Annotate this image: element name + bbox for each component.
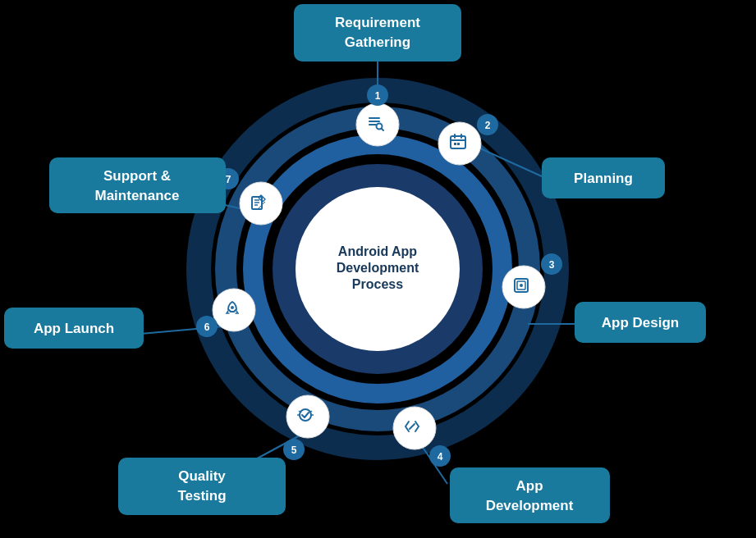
svg-point-14 xyxy=(502,266,545,308)
svg-text:Testing: Testing xyxy=(177,488,226,504)
svg-text:Support &: Support & xyxy=(103,168,171,184)
svg-text:3: 3 xyxy=(549,259,555,271)
svg-text:5: 5 xyxy=(291,445,297,456)
svg-text:Process: Process xyxy=(352,277,403,291)
svg-text:1: 1 xyxy=(375,90,381,102)
svg-text:Gathering: Gathering xyxy=(345,34,410,50)
page-wrapper: 1 2 3 4 5 6 7 xyxy=(0,0,756,538)
svg-text:App Design: App Design xyxy=(602,315,679,331)
svg-text:7: 7 xyxy=(226,174,231,185)
svg-text:Planning: Planning xyxy=(574,171,633,186)
svg-point-16 xyxy=(286,395,329,438)
svg-point-46 xyxy=(520,284,523,287)
svg-point-53 xyxy=(231,306,234,309)
svg-text:2: 2 xyxy=(485,120,491,131)
svg-text:Development: Development xyxy=(337,261,419,275)
svg-rect-43 xyxy=(457,143,460,145)
svg-text:Android App: Android App xyxy=(338,244,418,258)
diagram-svg: 1 2 3 4 5 6 7 xyxy=(0,0,756,538)
svg-rect-42 xyxy=(454,143,456,145)
svg-rect-77 xyxy=(49,157,226,213)
svg-rect-62 xyxy=(294,4,461,62)
svg-point-17 xyxy=(213,289,255,331)
svg-text:Requirement: Requirement xyxy=(335,15,420,30)
svg-text:Quality: Quality xyxy=(178,468,226,484)
svg-rect-72 xyxy=(118,458,286,515)
svg-text:App: App xyxy=(515,478,543,494)
svg-text:Maintenance: Maintenance xyxy=(95,188,180,203)
svg-rect-69 xyxy=(450,467,610,523)
svg-text:Development: Development xyxy=(486,498,574,513)
svg-text:App Launch: App Launch xyxy=(34,321,114,336)
svg-point-15 xyxy=(393,407,436,449)
svg-text:6: 6 xyxy=(204,321,210,333)
svg-text:4: 4 xyxy=(438,451,443,463)
